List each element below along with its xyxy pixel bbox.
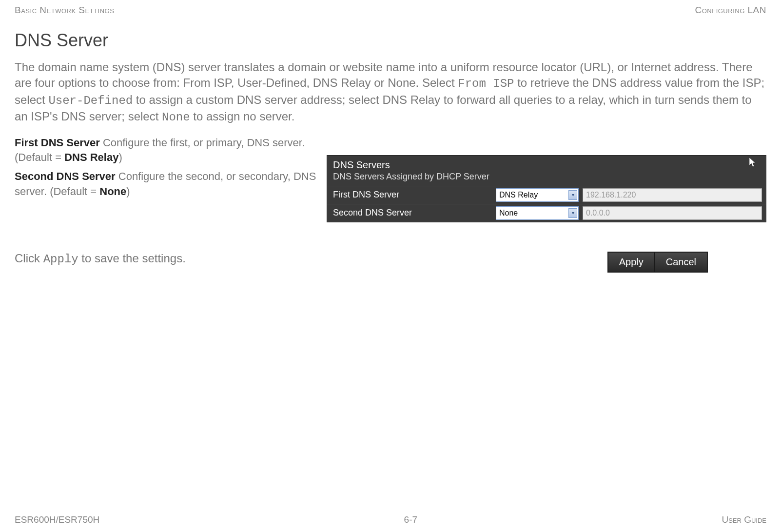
param-first-close: ) (118, 151, 122, 163)
param-first-label: First DNS Server (15, 137, 100, 149)
panel-row-second-dns: Second DNS Server None ▾ 0.0.0.0 (327, 204, 766, 222)
footer-right: User Guide (722, 514, 766, 525)
second-dns-select-value: None (499, 209, 518, 217)
chevron-down-icon: ▾ (568, 208, 577, 218)
panel-row-label: Second DNS Server (331, 208, 492, 218)
intro-text-4: to assign no server. (190, 110, 295, 123)
footer-left: ESR600H/ESR750H (15, 514, 99, 525)
page-header: Basic Network Settings Configuring LAN (15, 5, 766, 16)
panel-row-label: First DNS Server (331, 190, 492, 200)
first-dns-input-value: 192.168.1.220 (586, 191, 636, 199)
param-second-default: None (99, 185, 126, 197)
screenshot-column: DNS Servers DNS Servers Assigned by DHCP… (327, 136, 766, 222)
param-first-default: DNS Relay (64, 151, 118, 163)
intro-mono-none: None (162, 111, 190, 124)
apply-pre: Click (15, 252, 43, 265)
intro-paragraph: The domain name system (DNS) server tran… (15, 59, 766, 126)
header-right: Configuring LAN (695, 5, 766, 16)
cursor-icon (749, 158, 757, 170)
page-footer: ESR600H/ESR750H 6-7 User Guide (15, 514, 766, 525)
param-second-label: Second DNS Server (15, 170, 116, 182)
apply-button[interactable]: Apply (608, 252, 655, 272)
chevron-down-icon: ▾ (568, 190, 577, 200)
first-dns-input[interactable]: 192.168.1.220 (583, 188, 762, 202)
params-column: First DNS Server Configure the first, or… (15, 136, 317, 222)
intro-mono-from-isp: From ISP (458, 77, 514, 90)
second-dns-input-value: 0.0.0.0 (586, 209, 610, 217)
body-row: First DNS Server Configure the first, or… (15, 136, 766, 222)
apply-row: Click Apply to save the settings. Apply … (15, 252, 766, 273)
panel-subtitle: DNS Servers Assigned by DHCP Server (327, 172, 766, 186)
intro-mono-user-defined: User-Defined (48, 94, 133, 107)
param-first-dns: First DNS Server Configure the first, or… (15, 136, 317, 166)
param-second-dns: Second DNS Server Configure the second, … (15, 169, 317, 199)
second-dns-input[interactable]: 0.0.0.0 (583, 206, 762, 220)
second-dns-select[interactable]: None ▾ (496, 206, 579, 220)
button-group: Apply Cancel (607, 252, 708, 273)
cancel-button[interactable]: Cancel (655, 252, 707, 272)
first-dns-select-value: DNS Relay (499, 191, 538, 199)
param-second-close: ) (126, 185, 130, 197)
first-dns-select[interactable]: DNS Relay ▾ (496, 188, 579, 202)
apply-instruction: Click Apply to save the settings. (15, 252, 186, 266)
dns-servers-panel: DNS Servers DNS Servers Assigned by DHCP… (327, 155, 766, 222)
apply-mono: Apply (43, 253, 78, 266)
panel-title: DNS Servers (327, 156, 766, 172)
panel-row-first-dns: First DNS Server DNS Relay ▾ 192.168.1.2… (327, 186, 766, 204)
footer-center: 6-7 (404, 514, 417, 525)
section-title: DNS Server (15, 30, 766, 51)
apply-post: to save the settings. (78, 252, 186, 265)
header-left: Basic Network Settings (15, 5, 114, 16)
